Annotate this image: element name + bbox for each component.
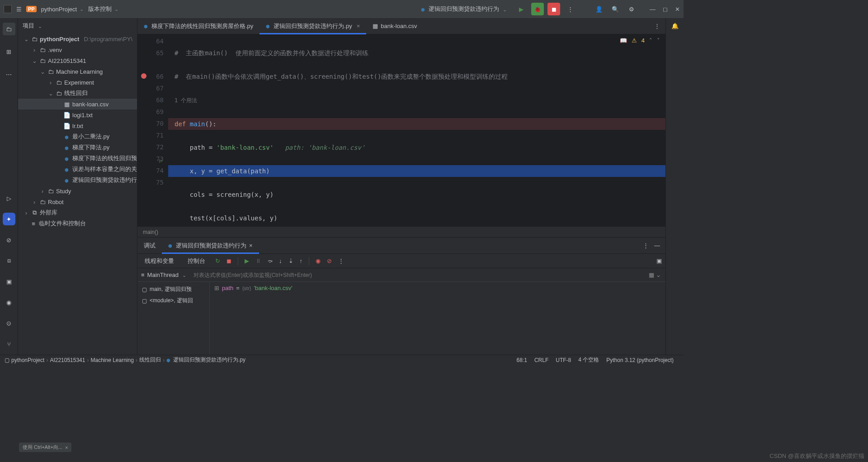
- tree-ext-libs[interactable]: 外部库: [40, 209, 57, 217]
- vcs-tool-icon[interactable]: ⑂: [3, 338, 15, 350]
- main-menu-icon[interactable]: ☰: [16, 6, 22, 13]
- code-with-me-icon[interactable]: 👤: [593, 3, 605, 15]
- tree-exp[interactable]: Experiment: [64, 79, 94, 86]
- code-editor[interactable]: 646566676869707172737475 ▷ # 主函数main() 使…: [137, 34, 665, 226]
- editor-breadcrumb[interactable]: main(): [137, 226, 665, 237]
- tree-file-zxec[interactable]: 最小二乘法.py: [72, 133, 109, 141]
- tab-3[interactable]: ▦bank-loan.csv: [366, 18, 423, 34]
- structure-tool-icon[interactable]: ⊞: [3, 45, 15, 58]
- step-out-icon[interactable]: ↑: [300, 257, 303, 264]
- thread-selector[interactable]: ≡ MainThread: [137, 271, 190, 278]
- tree-scratches[interactable]: 临时文件和控制台: [39, 219, 86, 228]
- dbg-more-icon[interactable]: ⋮: [643, 242, 649, 249]
- debug-button[interactable]: 🐞: [531, 3, 544, 15]
- stop-button[interactable]: ◼: [547, 3, 560, 15]
- project-tree[interactable]: ⌄🗀pythonProjectD:\programme\PY\ ›🗀.venv …: [18, 33, 137, 355]
- crumb-4[interactable]: 线性回归: [139, 356, 161, 364]
- usage-hint[interactable]: 1 个用法: [175, 97, 197, 104]
- dbg-minimize-icon[interactable]: —: [654, 242, 660, 249]
- stop-icon[interactable]: ◼: [226, 257, 231, 264]
- tree-linreg[interactable]: 线性回归: [64, 89, 88, 97]
- chevron-down-icon[interactable]: [37, 23, 42, 29]
- layout-icon[interactable]: ▣: [656, 257, 662, 264]
- maximize-button[interactable]: ◻: [663, 6, 668, 13]
- problems-icon[interactable]: ⊙: [3, 317, 15, 329]
- gutter[interactable]: 646566676869707172737475 ▷: [137, 34, 168, 226]
- settings-icon[interactable]: ⚙: [625, 3, 638, 15]
- run-button[interactable]: ▶: [515, 3, 528, 15]
- search-icon[interactable]: 🔍: [609, 3, 622, 15]
- tree-venv[interactable]: .venv: [48, 47, 62, 53]
- resume-icon[interactable]: ▶: [245, 257, 249, 264]
- tree-study[interactable]: Study: [56, 188, 71, 195]
- tab-2[interactable]: 逻辑回归预测贷款违约行为.py×: [259, 18, 366, 34]
- view-breakpoints-icon[interactable]: ◉: [316, 257, 321, 264]
- crumb-1[interactable]: pythonProject: [11, 357, 44, 363]
- tree-file-txj[interactable]: 梯度下降法.py: [72, 143, 109, 152]
- step-into-my-icon[interactable]: ⇣: [288, 257, 293, 264]
- tree-file-lr[interactable]: lr.txt: [72, 123, 83, 129]
- crumb-5[interactable]: 逻辑回归预测贷款违约行为.py: [173, 356, 245, 364]
- crumb-2[interactable]: AI2210515341: [50, 357, 85, 363]
- debug-tab-label[interactable]: 调试: [137, 238, 162, 254]
- tree-file-wc[interactable]: 误差与样本容量之间的关: [72, 165, 137, 173]
- step-into-icon[interactable]: ↓: [279, 257, 282, 264]
- tree-file-logic[interactable]: 逻辑回归预测贷款违约行: [72, 176, 137, 184]
- evaluate-expression-input[interactable]: [190, 272, 644, 278]
- session-close-icon[interactable]: ×: [249, 242, 253, 249]
- tree-file-logi1[interactable]: logi1.txt: [72, 112, 93, 119]
- terminal-icon[interactable]: ▣: [3, 275, 15, 288]
- breakpoint-icon[interactable]: [141, 73, 146, 79]
- ai-assistant-icon[interactable]: ✦: [3, 213, 15, 225]
- tree-ai[interactable]: AI2210515341: [48, 57, 86, 64]
- more-actions-icon[interactable]: ⋮: [564, 3, 576, 15]
- tree-file-txjxx[interactable]: 梯度下降法的线性回归预: [72, 154, 137, 162]
- vcs-menu[interactable]: 版本控制: [88, 5, 118, 13]
- notifications-icon[interactable]: 🔔: [671, 23, 679, 29]
- tabs-more-icon[interactable]: ⋮: [654, 23, 660, 29]
- var-path[interactable]: ⊞ path = {str} 'bank-loan.csv': [214, 285, 661, 291]
- tree-root[interactable]: pythonProject: [40, 36, 79, 43]
- inlay-hint: path: 'bank-loan.csv': [274, 144, 365, 151]
- run-tool-icon[interactable]: ▷: [3, 192, 15, 205]
- rerun-icon[interactable]: ↻: [215, 257, 220, 264]
- tree-file-bankloan[interactable]: bank-loan.csv: [72, 101, 108, 108]
- frames-list[interactable]: ▢ main, 逻辑回归预 ▢ <module>, 逻辑回: [137, 282, 210, 355]
- inspect-down-icon[interactable]: ˅: [657, 37, 660, 44]
- step-over-icon[interactable]: ⤼: [268, 257, 273, 264]
- threads-vars-tab[interactable]: 线程和变量: [141, 257, 178, 265]
- minimize-button[interactable]: —: [650, 6, 656, 13]
- python-console-icon[interactable]: ⊘: [3, 233, 15, 246]
- crumb-3[interactable]: Machine Learning: [90, 357, 133, 363]
- services-icon[interactable]: ◉: [3, 296, 15, 309]
- inspection-widget[interactable]: 📖 ⚠4 ˄ ˅: [620, 37, 660, 44]
- frame-main[interactable]: ▢ main, 逻辑回归预: [139, 284, 208, 295]
- tree-robot[interactable]: Robot: [48, 199, 64, 205]
- encoding[interactable]: UTF-8: [556, 357, 571, 363]
- packages-icon[interactable]: ⧈: [3, 254, 15, 267]
- run-config-selector[interactable]: 逻辑回归预测贷款违约行为: [416, 4, 511, 14]
- interpreter[interactable]: Python 3.12 (pythonProject): [606, 357, 674, 363]
- reader-mode-icon[interactable]: 📖: [620, 37, 627, 44]
- mute-breakpoints-icon[interactable]: ⊘: [327, 257, 332, 264]
- inspect-up-icon[interactable]: ˄: [649, 37, 652, 44]
- expr-history-icon[interactable]: ▦ ⌄: [644, 271, 665, 278]
- variables-list[interactable]: ⊞ path = {str} 'bank-loan.csv': [210, 282, 665, 355]
- debug-session-tab[interactable]: 逻辑回归预测贷款违约行为×: [162, 238, 259, 254]
- frame-module[interactable]: ▢ <module>, 逻辑回: [139, 295, 208, 306]
- navigation-bar[interactable]: ▢ pythonProject› AI2210515341› Machine L…: [0, 355, 684, 365]
- more-tools-icon[interactable]: ⋯: [3, 68, 15, 81]
- tree-ml[interactable]: Machine Learning: [56, 68, 103, 75]
- indent[interactable]: 4 个空格: [578, 356, 599, 364]
- tab-1[interactable]: 梯度下降法的线性回归预测房屋价格.py: [137, 18, 259, 34]
- close-button[interactable]: ✕: [675, 6, 680, 13]
- line-sep[interactable]: CRLF: [534, 357, 548, 363]
- dbg-settings-icon[interactable]: ⋮: [338, 257, 344, 264]
- console-tab[interactable]: 控制台: [184, 257, 209, 265]
- pause-icon[interactable]: ⏸: [255, 257, 261, 264]
- project-selector[interactable]: pythonProject: [41, 6, 84, 13]
- project-tool-icon[interactable]: 🗀: [3, 23, 15, 35]
- run-gutter-icon[interactable]: ▷: [159, 155, 162, 167]
- tab-close-icon[interactable]: ×: [357, 23, 360, 29]
- caret-position[interactable]: 68:1: [517, 357, 527, 363]
